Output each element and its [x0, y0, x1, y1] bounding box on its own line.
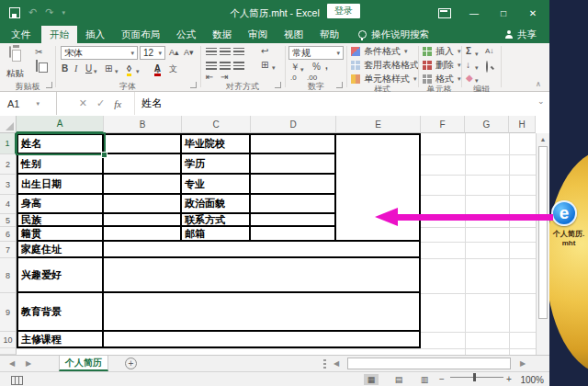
scrollbar-resize-handle[interactable] [323, 359, 326, 369]
row-header-5[interactable]: 5 [0, 214, 17, 227]
alignment-dialog-launcher[interactable] [275, 82, 281, 88]
status-icon[interactable] [11, 376, 23, 385]
sheet-tab-active[interactable]: 个人简历 [59, 356, 108, 371]
align-top-icon[interactable] [206, 48, 217, 56]
caret-icon[interactable]: ▾ [156, 67, 160, 76]
col-header-B[interactable]: B [104, 116, 182, 133]
desktop-icon-label[interactable]: 个人简历. mht [549, 230, 588, 248]
bold-button[interactable]: B [62, 64, 68, 74]
col-header-G[interactable]: G [465, 116, 509, 133]
tab-formulas[interactable]: 公式 [168, 26, 204, 43]
grow-font-icon[interactable]: A▴ [169, 48, 179, 57]
ribbon-display-options-icon[interactable] [434, 0, 456, 26]
caret-icon[interactable]: ▾ [136, 67, 140, 76]
horizontal-scrollbar-thumb[interactable] [347, 358, 511, 369]
tab-page-layout[interactable]: 页面布局 [113, 26, 168, 43]
row-header-11-partial[interactable] [0, 348, 17, 355]
align-left-icon[interactable] [206, 62, 217, 70]
fill-handle[interactable] [101, 152, 107, 158]
row-header-10[interactable]: 10 [0, 332, 17, 348]
cell-B2[interactable] [104, 154, 182, 175]
cell-C4[interactable]: 政治面貌 [182, 195, 251, 214]
decrease-indent-icon[interactable]: ⇤ [206, 73, 213, 82]
cell-B8-merged[interactable] [104, 258, 421, 293]
close-button[interactable]: ✕ [522, 0, 544, 26]
cell-A5[interactable]: 民族 [18, 214, 104, 227]
minimize-button[interactable]: — [463, 0, 485, 26]
tab-data[interactable]: 数据 [204, 26, 240, 43]
share-button[interactable]: 共享 [504, 26, 549, 43]
row-header-2[interactable]: 2 [0, 154, 17, 175]
number-dialog-launcher[interactable] [336, 82, 343, 88]
align-middle-icon[interactable] [220, 48, 231, 56]
zoom-out-button[interactable]: − [439, 374, 445, 384]
number-format-combo[interactable]: 常规▾ [288, 46, 344, 60]
increase-decimal-icon[interactable]: .0 [290, 74, 297, 83]
caret-icon[interactable]: ▾ [475, 50, 479, 59]
scroll-up-icon[interactable]: ▲ [537, 136, 549, 142]
cell-B10-merged[interactable] [104, 332, 421, 348]
cancel-icon[interactable]: ✕ [79, 97, 87, 109]
cell-C1[interactable]: 毕业院校 [182, 135, 251, 154]
cell-B7-merged[interactable] [104, 242, 421, 258]
tab-home[interactable]: 开始 [41, 26, 77, 43]
scroll-left-icon[interactable]: ◀ [334, 359, 339, 368]
view-page-layout-button[interactable]: ▤ [391, 374, 406, 385]
caret-icon[interactable]: ▾ [300, 65, 304, 74]
name-box[interactable]: A1 ▾ [0, 92, 57, 115]
caret-icon[interactable]: ▾ [94, 67, 97, 76]
paste-button[interactable] [9, 47, 11, 57]
zoom-slider-track[interactable] [450, 377, 503, 378]
row-header-4[interactable]: 4 [0, 195, 17, 214]
select-all-corner[interactable] [0, 116, 17, 133]
cell-B3[interactable] [104, 175, 182, 195]
formula-bar-value[interactable]: 姓名 [141, 96, 162, 110]
cell-D3[interactable] [251, 175, 336, 195]
enter-icon[interactable]: ✓ [96, 97, 105, 109]
caret-icon[interactable]: ▾ [475, 63, 479, 73]
cell-A2[interactable]: 性别 [18, 154, 104, 175]
cell-D1[interactable] [251, 135, 336, 154]
autosum-icon[interactable]: Σ [466, 47, 471, 56]
new-sheet-button[interactable]: + [125, 358, 137, 369]
cell-C6[interactable]: 邮箱 [182, 227, 251, 242]
cell-D4[interactable] [251, 195, 336, 214]
tab-review[interactable]: 审阅 [240, 26, 276, 43]
zoom-in-button[interactable]: + [506, 374, 512, 384]
cell-D2[interactable] [251, 154, 336, 175]
vertical-scrollbar[interactable]: ▲ [536, 133, 549, 355]
copy-icon[interactable] [36, 61, 38, 71]
clear-icon[interactable]: ◆ [466, 74, 473, 83]
delete-cells-button[interactable]: 删除 ▾ [423, 60, 461, 71]
tab-file[interactable]: 文件 [0, 26, 41, 43]
tab-view[interactable]: 视图 [276, 26, 311, 43]
conditional-formatting-button[interactable]: 条件格式 ▾ [351, 46, 408, 57]
row-header-8[interactable]: 8 [0, 258, 17, 293]
view-normal-button[interactable]: ▦ [364, 374, 379, 385]
merge-center-icon[interactable]: ⊞ [261, 61, 268, 70]
row-header-3[interactable]: 3 [0, 175, 17, 195]
caret-icon[interactable]: ▾ [272, 63, 276, 73]
font-name-combo[interactable]: 宋体▾ [61, 46, 138, 60]
redo-icon[interactable]: ↷ [45, 6, 53, 18]
cell-A8[interactable]: 兴趣爱好 [18, 258, 104, 293]
borders-icon[interactable]: ⊞ [105, 64, 112, 74]
fill-color-icon[interactable]: ◊ [127, 63, 131, 74]
align-bottom-icon[interactable] [233, 48, 244, 56]
collapse-ribbon-icon[interactable]: ∧ [536, 80, 541, 89]
phonetic-guide-icon[interactable]: 文 [169, 64, 177, 74]
align-center-icon[interactable] [220, 62, 231, 70]
cell-A1[interactable]: 姓名 [18, 135, 104, 154]
cell-D5[interactable] [251, 214, 336, 227]
format-as-table-button[interactable]: 套用表格格式 ▾ [351, 60, 426, 71]
percent-style-icon[interactable]: % [312, 62, 321, 72]
sign-in-button[interactable]: 登录 [327, 4, 360, 18]
cut-icon[interactable]: ✂ [35, 48, 42, 57]
scroll-right-icon[interactable]: ▶ [520, 359, 526, 368]
cell-A6[interactable]: 籍贯 [18, 227, 104, 242]
col-header-F[interactable]: F [421, 116, 465, 133]
find-select-icon[interactable] [486, 62, 488, 72]
insert-function-icon[interactable]: fx [114, 98, 121, 109]
row-header-9[interactable]: 9 [0, 293, 17, 332]
insert-cells-button[interactable]: 插入 ▾ [423, 46, 461, 57]
